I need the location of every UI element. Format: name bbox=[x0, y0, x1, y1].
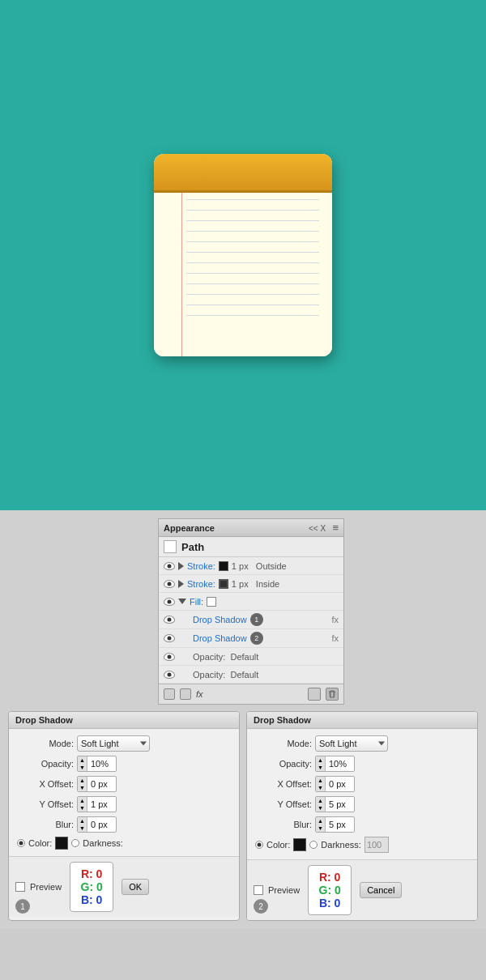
ds2-rgb-box: R: 0 G: 0 B: 0 bbox=[308, 865, 352, 915]
ds2-cancel-button[interactable]: Cancel bbox=[360, 882, 402, 898]
stroke-label-2[interactable]: Stroke: bbox=[187, 579, 215, 589]
ds1-color-radio[interactable] bbox=[17, 839, 25, 847]
ds2-y-label: Y Offset: bbox=[255, 799, 312, 809]
ds2-mode-select[interactable]: Soft Light bbox=[315, 735, 388, 752]
ds2-blur-up[interactable]: ▲ bbox=[316, 817, 325, 824]
expand-icon-1[interactable] bbox=[178, 562, 184, 570]
ds2-darkness-radio[interactable] bbox=[309, 841, 318, 849]
opacity-row-2: Opacity: Default bbox=[159, 666, 343, 684]
ds2-opacity-down[interactable]: ▼ bbox=[316, 764, 325, 771]
ds2-mode-row: Mode: Soft Light bbox=[255, 735, 469, 752]
stroke-label-1[interactable]: Stroke: bbox=[187, 561, 215, 571]
ds1-opacity-down[interactable]: ▼ bbox=[78, 764, 87, 771]
no-style-icon[interactable] bbox=[308, 688, 321, 701]
ds2-opacity-up[interactable]: ▲ bbox=[316, 756, 325, 764]
ds2-preview-checkbox[interactable] bbox=[254, 885, 263, 895]
ds1-opacity-val: 10% bbox=[87, 759, 116, 769]
expand-icon-3[interactable] bbox=[178, 599, 186, 604]
ds2-y-input[interactable]: ▲ ▼ 5 px bbox=[315, 796, 355, 812]
canvas-area bbox=[0, 0, 486, 510]
ds2-opacity-input[interactable]: ▲ ▼ 10% bbox=[315, 756, 355, 772]
visibility-icon-7[interactable] bbox=[164, 671, 175, 679]
ds1-x-arrows[interactable]: ▲ ▼ bbox=[78, 777, 87, 791]
ds1-y-input[interactable]: ▲ ▼ 1 px bbox=[77, 796, 117, 812]
ds2-mode-arrow bbox=[378, 742, 385, 746]
ds1-y-down[interactable]: ▼ bbox=[78, 804, 87, 812]
margin-line bbox=[181, 193, 182, 356]
ds2-y-arrows[interactable]: ▲ ▼ bbox=[316, 797, 326, 812]
ds2-footer: Preview R: 0 G: 0 B: 0 Cancel bbox=[247, 859, 477, 920]
fx-label-1: fx bbox=[331, 615, 339, 624]
fill-swatch[interactable] bbox=[207, 597, 216, 607]
ds1-y-up[interactable]: ▲ bbox=[78, 797, 87, 804]
ds1-x-up[interactable]: ▲ bbox=[78, 777, 87, 784]
ds1-opacity-arrows[interactable]: ▲ ▼ bbox=[78, 756, 87, 771]
ds1-y-label: Y Offset: bbox=[17, 799, 74, 809]
ds1-darkness-radio[interactable] bbox=[71, 839, 79, 847]
ds2-darkness-input[interactable] bbox=[364, 837, 389, 853]
ds2-color-swatch[interactable] bbox=[293, 838, 306, 851]
drop-shadow-label-2[interactable]: Drop Shadow bbox=[193, 633, 247, 643]
ds2-opacity-arrows[interactable]: ▲ ▼ bbox=[316, 756, 326, 771]
ds1-blur-input[interactable]: ▲ ▼ 0 px bbox=[77, 816, 117, 833]
copy-layer-icon[interactable] bbox=[180, 688, 191, 700]
ds2-blur-arrows[interactable]: ▲ ▼ bbox=[316, 817, 326, 832]
ds2-y-row: Y Offset: ▲ ▼ 5 px bbox=[255, 796, 469, 812]
ds1-mode-select[interactable]: Soft Light bbox=[77, 735, 150, 752]
ds1-color-swatch[interactable] bbox=[55, 837, 68, 850]
ds2-x-row: X Offset: ▲ ▼ 0 px bbox=[255, 776, 469, 792]
ds1-color-label: Color: bbox=[28, 838, 52, 848]
ds2-blur-down[interactable]: ▼ bbox=[316, 824, 325, 832]
visibility-icon-1[interactable] bbox=[164, 562, 175, 570]
ds1-x-down[interactable]: ▼ bbox=[78, 784, 87, 791]
ds1-x-row: X Offset: ▲ ▼ 0 px bbox=[17, 776, 231, 792]
ds1-y-row: Y Offset: ▲ ▼ 1 px bbox=[17, 796, 231, 812]
ds2-x-arrows[interactable]: ▲ ▼ bbox=[316, 777, 326, 791]
notepad-line bbox=[186, 241, 319, 242]
delete-icon[interactable] bbox=[326, 688, 339, 701]
ds2-y-up[interactable]: ▲ bbox=[316, 797, 325, 804]
ds2-blur-val: 5 px bbox=[326, 820, 354, 829]
ds1-blur-down[interactable]: ▼ bbox=[78, 824, 87, 832]
stroke-swatch-2[interactable] bbox=[219, 579, 228, 589]
ds1-preview-checkbox[interactable] bbox=[15, 882, 25, 892]
fill-row: Fill: bbox=[159, 593, 343, 611]
ds2-x-input[interactable]: ▲ ▼ 0 px bbox=[315, 776, 355, 792]
stroke-info-2: 1 px Inside bbox=[232, 579, 279, 589]
bottom-area: Appearance << X ≡ Path Stroke: 1 px Outs… bbox=[0, 510, 486, 929]
fx-toolbar-icon[interactable]: fx bbox=[196, 689, 203, 699]
ds2-y-down[interactable]: ▼ bbox=[316, 804, 325, 812]
ds1-blur-up[interactable]: ▲ bbox=[78, 817, 87, 824]
appearance-title: Appearance bbox=[164, 523, 215, 533]
ds1-blur-arrows[interactable]: ▲ ▼ bbox=[78, 817, 87, 832]
ds2-blur-input[interactable]: ▲ ▼ 5 px bbox=[315, 816, 355, 833]
ds1-x-label: X Offset: bbox=[17, 779, 74, 789]
drop-shadow-panel-1: Drop Shadow Mode: Soft Light Opacity: ▲ bbox=[8, 711, 240, 921]
visibility-icon-6[interactable] bbox=[164, 653, 175, 661]
ds2-x-up[interactable]: ▲ bbox=[316, 777, 325, 784]
visibility-icon-3[interactable] bbox=[164, 598, 175, 606]
badge-2: 2 bbox=[250, 632, 263, 645]
stroke-swatch-1[interactable] bbox=[219, 561, 228, 571]
ds1-x-input[interactable]: ▲ ▼ 0 px bbox=[77, 776, 117, 792]
ds2-x-down[interactable]: ▼ bbox=[316, 784, 325, 791]
visibility-icon-5[interactable] bbox=[164, 634, 175, 642]
fill-label[interactable]: Fill: bbox=[190, 597, 203, 607]
expand-icon-2[interactable] bbox=[178, 580, 184, 588]
visibility-icon-2[interactable] bbox=[164, 580, 175, 588]
ds1-y-val: 1 px bbox=[87, 799, 116, 809]
ds1-ok-button[interactable]: OK bbox=[122, 879, 149, 895]
ds1-opacity-up[interactable]: ▲ bbox=[78, 756, 87, 764]
appearance-toolbar: fx bbox=[159, 684, 343, 704]
visibility-icon-4[interactable] bbox=[164, 616, 175, 624]
ds1-y-arrows[interactable]: ▲ ▼ bbox=[78, 797, 87, 812]
ds1-mode-arrow bbox=[140, 742, 147, 746]
menu-icon[interactable]: ≡ bbox=[332, 522, 339, 534]
new-layer-icon[interactable] bbox=[164, 688, 175, 700]
ds2-color-radio[interactable] bbox=[255, 841, 263, 849]
notepad bbox=[154, 154, 332, 356]
notepad-line bbox=[186, 273, 319, 274]
drop-shadow-label-1[interactable]: Drop Shadow bbox=[193, 615, 247, 624]
ds1-opacity-input[interactable]: ▲ ▼ 10% bbox=[77, 756, 117, 772]
badge-1: 1 bbox=[250, 613, 263, 626]
